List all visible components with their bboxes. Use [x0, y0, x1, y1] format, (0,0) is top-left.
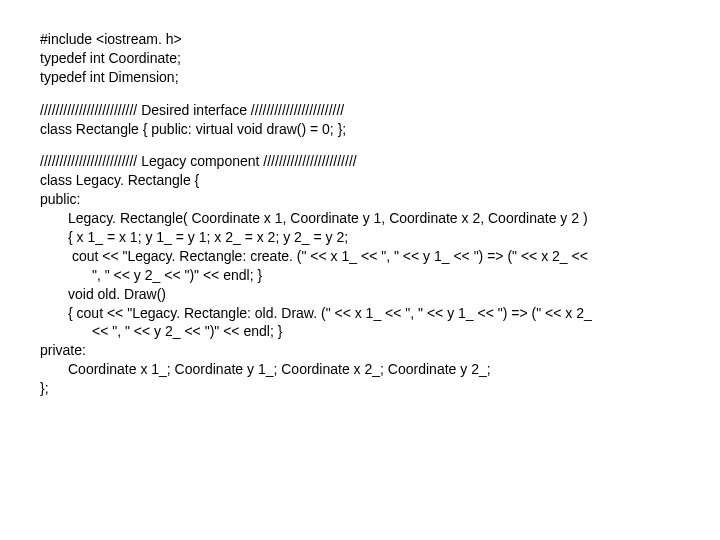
code-line: private:	[40, 341, 680, 360]
code-line: Coordinate x 1_; Coordinate y 1_; Coordi…	[40, 360, 680, 379]
code-line: };	[40, 379, 680, 398]
header-block: #include <iostream. h> typedef int Coord…	[40, 30, 680, 87]
code-line: { x 1_ = x 1; y 1_ = y 1; x 2_ = x 2; y …	[40, 228, 680, 247]
code-line: #include <iostream. h>	[40, 30, 680, 49]
code-line: public:	[40, 190, 680, 209]
section-title: ///////////////////////// Legacy compone…	[40, 152, 680, 171]
code-line: class Legacy. Rectangle {	[40, 171, 680, 190]
section-title: ///////////////////////// Desired interf…	[40, 101, 680, 120]
code-line: << ", " << y 2_ << ")" << endl; }	[40, 322, 680, 341]
code-line: { cout << "Legacy. Rectangle: old. Draw.…	[40, 304, 680, 323]
code-line: class Rectangle { public: virtual void d…	[40, 120, 680, 139]
legacy-component-block: ///////////////////////// Legacy compone…	[40, 152, 680, 398]
desired-interface-block: ///////////////////////// Desired interf…	[40, 101, 680, 139]
code-line: void old. Draw()	[40, 285, 680, 304]
code-line: cout << "Legacy. Rectangle: create. (" <…	[40, 247, 680, 266]
code-line: typedef int Dimension;	[40, 68, 680, 87]
code-line: Legacy. Rectangle( Coordinate x 1, Coord…	[40, 209, 680, 228]
code-line: ", " << y 2_ << ")" << endl; }	[40, 266, 680, 285]
code-line: typedef int Coordinate;	[40, 49, 680, 68]
